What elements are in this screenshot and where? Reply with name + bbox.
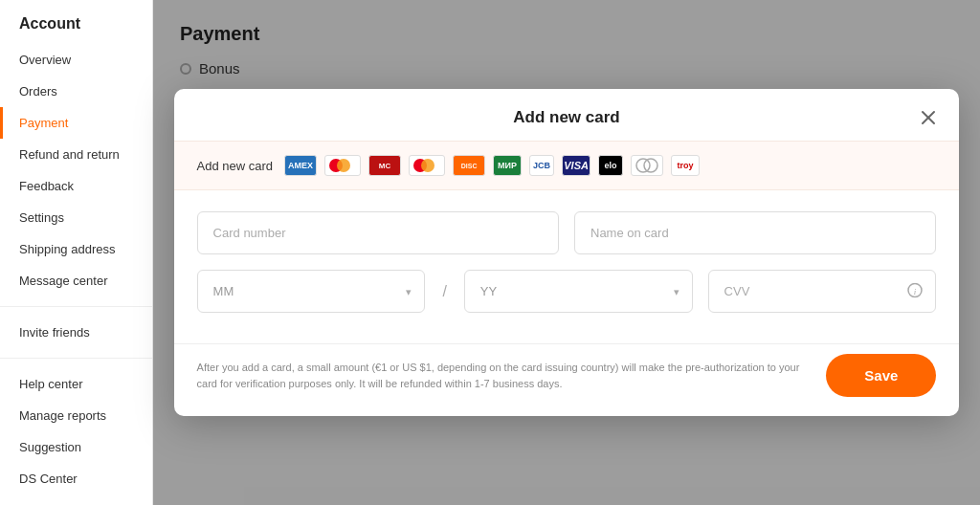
sidebar-item-shipping[interactable]: Shipping address bbox=[0, 233, 152, 265]
year-select-wrapper: YY 242526 272829 30 ▾ bbox=[464, 270, 693, 313]
footer-notice: After you add a card, a small amount (€1… bbox=[197, 360, 812, 391]
year-select[interactable]: YY 242526 272829 30 bbox=[464, 270, 693, 313]
sidebar-item-refund[interactable]: Refund and return bbox=[0, 139, 152, 170]
mastercard2-brand-icon: MC bbox=[368, 155, 401, 176]
card-number-field bbox=[197, 211, 559, 254]
sidebar-item-invite[interactable]: Invite friends bbox=[0, 317, 152, 348]
save-button[interactable]: Save bbox=[826, 354, 936, 397]
modal-overlay: Add new card Add new card AMEX bbox=[153, 0, 980, 505]
modal-title: Add new card bbox=[513, 108, 619, 126]
visa-brand-icon: VISA bbox=[562, 155, 590, 176]
sidebar-divider-2 bbox=[0, 358, 152, 359]
modal-close-button[interactable] bbox=[915, 104, 942, 131]
month-select-wrapper: MM 010203 040506 070809 101112 ▾ bbox=[197, 270, 426, 313]
sidebar-item-ds-center[interactable]: DS Center bbox=[0, 463, 152, 494]
sidebar-item-payment[interactable]: Payment bbox=[0, 107, 152, 139]
elo-brand-icon: elo bbox=[598, 155, 623, 176]
card-details-row bbox=[197, 211, 937, 254]
sidebar: Account Overview Orders Payment Refund a… bbox=[0, 0, 153, 505]
mir-brand-icon: МИР bbox=[493, 155, 522, 176]
sidebar-item-feedback[interactable]: Feedback bbox=[0, 170, 152, 202]
svg-point-3 bbox=[644, 159, 657, 172]
close-icon bbox=[921, 110, 936, 125]
sidebar-item-messages[interactable]: Message center bbox=[0, 265, 152, 296]
cvv-field: i bbox=[708, 270, 937, 313]
sidebar-divider bbox=[0, 306, 152, 307]
sidebar-item-orders[interactable]: Orders bbox=[0, 76, 152, 107]
discover-brand-icon: DISC bbox=[453, 155, 485, 176]
maestro-brand-icon bbox=[324, 155, 361, 176]
add-new-card-label: Add new card bbox=[197, 159, 274, 173]
cvv-info-icon[interactable]: i bbox=[907, 282, 923, 300]
svg-text:i: i bbox=[914, 286, 917, 296]
add-card-modal: Add new card Add new card AMEX bbox=[174, 89, 960, 416]
sidebar-title: Account bbox=[0, 15, 152, 44]
card-number-input[interactable] bbox=[197, 211, 559, 254]
troy-brand-icon: troy bbox=[671, 155, 700, 176]
card-brands-row: Add new card AMEX MC bbox=[174, 141, 960, 190]
slash-divider: / bbox=[440, 270, 448, 313]
sidebar-item-suggestion[interactable]: Suggestion bbox=[0, 431, 152, 463]
mastercard-brand-icon bbox=[409, 155, 445, 176]
modal-body: MM 010203 040506 070809 101112 ▾ / YY 24… bbox=[174, 190, 960, 343]
sidebar-item-overview[interactable]: Overview bbox=[0, 44, 152, 76]
diners-brand-icon bbox=[631, 155, 663, 176]
month-select[interactable]: MM 010203 040506 070809 101112 bbox=[197, 270, 426, 313]
modal-header: Add new card bbox=[174, 89, 960, 141]
sidebar-item-settings[interactable]: Settings bbox=[0, 202, 152, 233]
sidebar-item-help[interactable]: Help center bbox=[0, 368, 152, 400]
sidebar-item-reports[interactable]: Manage reports bbox=[0, 400, 152, 431]
expiry-cvv-row: MM 010203 040506 070809 101112 ▾ / YY 24… bbox=[197, 270, 937, 313]
name-on-card-input[interactable] bbox=[574, 211, 936, 254]
modal-footer: After you add a card, a small amount (€1… bbox=[174, 343, 960, 416]
main-content: Payment Bonus Add new card Add new card bbox=[153, 0, 980, 505]
name-on-card-field bbox=[574, 211, 936, 254]
amex-brand-icon: AMEX bbox=[284, 155, 317, 176]
jcb-brand-icon: JCB bbox=[529, 155, 554, 176]
cvv-input[interactable] bbox=[708, 270, 937, 313]
svg-point-2 bbox=[636, 159, 650, 172]
